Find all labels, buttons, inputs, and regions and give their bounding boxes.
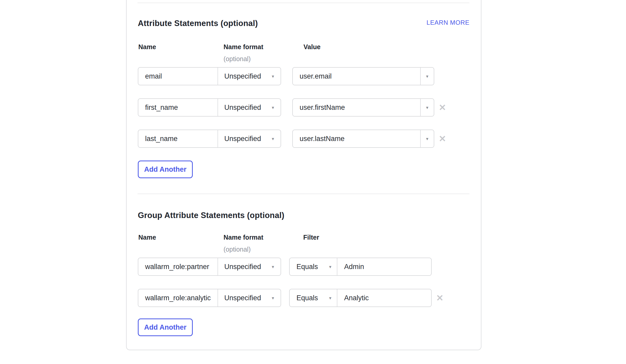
attribute-value-dropdown-toggle[interactable]: ▼ [421, 68, 434, 85]
learn-more-link[interactable]: LEARN MORE [426, 19, 469, 26]
attribute-name-format-text: Unspecified [224, 104, 261, 112]
chevron-down-icon: ▼ [425, 137, 429, 141]
attribute-name-group: email Unspecified ▼ [138, 67, 281, 85]
group-name-text: wallarm_role:partner [145, 263, 209, 271]
chevron-down-icon: ▼ [271, 265, 275, 269]
attribute-name-input[interactable]: email [138, 68, 218, 85]
group-attribute-statements-title: Group Attribute Statements (optional) [138, 211, 284, 220]
attribute-name-input[interactable]: first_name [138, 99, 218, 116]
group-column-note-optional: (optional) [224, 246, 251, 253]
saml-settings-page: Attribute Statements (optional) LEARN MO… [0, 0, 626, 364]
attribute-value-dropdown-toggle[interactable]: ▼ [421, 130, 434, 147]
section-divider-top [138, 3, 469, 3]
group-name-format-select[interactable]: Unspecified ▼ [218, 289, 281, 306]
group-name-group: wallarm_role:partner Unspecified ▼ [138, 258, 281, 276]
chevron-down-icon: ▼ [271, 74, 275, 78]
group-filter-group: Equals ▼ Admin [289, 258, 432, 276]
group-attribute-row: wallarm_role:analytic Unspecified ▼ Equa… [138, 289, 466, 307]
attr-column-header-name-format: Name format [224, 43, 263, 51]
attribute-value-text: user.email [300, 72, 332, 80]
attribute-statements-title: Attribute Statements (optional) [138, 19, 258, 28]
chevron-down-icon: ▼ [271, 296, 275, 300]
chevron-down-icon: ▼ [328, 265, 332, 269]
add-another-attribute-button[interactable]: Add Another [138, 161, 193, 178]
attribute-value-input[interactable]: user.firstName [293, 99, 420, 116]
remove-row-button[interactable]: ✕ [439, 130, 446, 148]
attr-column-header-name: Name [138, 43, 156, 51]
chevron-down-icon: ▼ [271, 106, 275, 110]
attribute-name-format-select[interactable]: Unspecified ▼ [218, 130, 281, 147]
group-name-group: wallarm_role:analytic Unspecified ▼ [138, 289, 281, 307]
group-name-input[interactable]: wallarm_role:partner [138, 258, 218, 275]
group-filter-type-select[interactable]: Equals ▼ [290, 289, 337, 306]
attribute-name-input[interactable]: last_name [138, 130, 218, 147]
attribute-value-select[interactable]: user.firstName ▼ [292, 98, 434, 117]
group-filter-value-input[interactable]: Admin [337, 258, 431, 275]
group-filter-value-input[interactable]: Analytic [337, 289, 431, 306]
group-column-header-filter: Filter [303, 234, 319, 241]
remove-row-button[interactable]: ✕ [439, 98, 446, 117]
group-filter-value-text: Admin [344, 263, 364, 271]
group-filter-group: Equals ▼ Analytic [289, 289, 432, 307]
attribute-row: first_name Unspecified ▼ user.firstName … [138, 98, 466, 117]
chevron-down-icon: ▼ [271, 137, 275, 141]
attribute-name-group: last_name Unspecified ▼ [138, 130, 281, 148]
group-name-format-text: Unspecified [224, 263, 261, 271]
attribute-value-text: user.firstName [300, 104, 345, 112]
group-name-input[interactable]: wallarm_role:analytic [138, 289, 218, 306]
group-column-header-name-format: Name format [224, 234, 263, 241]
attr-column-header-value: Value [303, 43, 320, 51]
attribute-name-group: first_name Unspecified ▼ [138, 98, 281, 117]
attribute-value-text: user.lastName [300, 135, 345, 143]
attribute-value-input[interactable]: user.lastName [293, 130, 420, 147]
group-column-header-name: Name [138, 234, 156, 241]
chevron-down-icon: ▼ [328, 296, 332, 300]
section-divider-middle [138, 194, 469, 194]
attribute-value-select[interactable]: user.lastName ▼ [292, 130, 434, 148]
group-attribute-row: wallarm_role:partner Unspecified ▼ Equal… [138, 258, 466, 276]
chevron-down-icon: ▼ [425, 106, 429, 110]
group-filter-type-text: Equals [296, 263, 318, 271]
remove-row-button[interactable]: ✕ [436, 289, 444, 307]
add-another-group-attribute-button[interactable]: Add Another [138, 318, 193, 336]
group-filter-value-text: Analytic [344, 294, 369, 302]
attribute-value-select[interactable]: user.email ▼ [292, 67, 434, 85]
attribute-name-format-text: Unspecified [224, 135, 261, 143]
chevron-down-icon: ▼ [425, 74, 429, 78]
attribute-row: last_name Unspecified ▼ user.lastName ▼ … [138, 130, 466, 148]
attribute-name-text: first_name [145, 104, 178, 112]
attribute-value-input[interactable]: user.email [293, 68, 420, 85]
group-name-format-text: Unspecified [224, 294, 261, 302]
group-name-format-select[interactable]: Unspecified ▼ [218, 258, 281, 275]
attribute-name-text: email [145, 72, 162, 80]
group-name-text: wallarm_role:analytic [145, 294, 211, 302]
attribute-name-format-select[interactable]: Unspecified ▼ [218, 99, 281, 116]
attribute-name-text: last_name [145, 135, 178, 143]
attribute-row: email Unspecified ▼ user.email ▼ [138, 67, 466, 85]
attribute-name-format-text: Unspecified [224, 72, 261, 80]
group-filter-type-select[interactable]: Equals ▼ [290, 258, 337, 275]
attribute-name-format-select[interactable]: Unspecified ▼ [218, 68, 281, 85]
group-filter-type-text: Equals [296, 294, 318, 302]
attr-column-note-optional: (optional) [224, 55, 251, 63]
attribute-value-dropdown-toggle[interactable]: ▼ [421, 99, 434, 116]
